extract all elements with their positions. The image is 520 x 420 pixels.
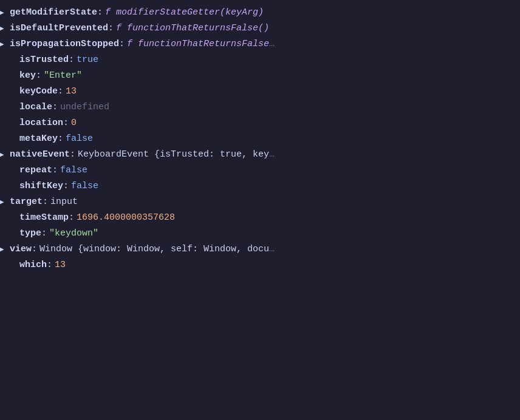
prop-value-which: 13: [55, 258, 66, 273]
prop-value-view: Window {window: Window, self: Window, do…: [39, 242, 269, 257]
colon-timeStamp: :: [69, 211, 74, 225]
colon-target: :: [43, 195, 48, 209]
prop-value-isTrusted: true: [77, 53, 98, 67]
prop-value-metaKey: false: [66, 132, 93, 146]
console-row-metaKey: metaKey: false: [0, 131, 520, 147]
console-panel: getModifierState: f modifierStateGetter(…: [0, 0, 520, 278]
console-row-view[interactable]: view: Window {window: Window, self: Wind…: [0, 242, 520, 257]
console-row-locale: locale: undefined: [0, 100, 520, 115]
prop-key-type: type: [19, 226, 41, 241]
colon-type: :: [41, 226, 47, 241]
console-row-target[interactable]: target: input: [0, 194, 520, 210]
prop-value-keyCode: 13: [66, 84, 77, 99]
expand-arrow-getModifierState[interactable]: [0, 8, 10, 19]
console-row-nativeEvent[interactable]: nativeEvent: KeyboardEvent {isTrusted: t…: [0, 147, 520, 163]
colon-key: :: [36, 69, 41, 83]
console-row-which: which: 13: [0, 257, 520, 273]
colon-nativeEvent: :: [70, 147, 75, 162]
prop-key-metaKey: metaKey: [19, 132, 58, 146]
console-row-getModifierState[interactable]: getModifierState: f modifierStateGetter(…: [0, 5, 520, 21]
overflow-indicator-isPropagationStopped: …: [269, 37, 275, 52]
prop-key-isPropagationStopped: isPropagationStopped: [10, 37, 119, 52]
prop-key-which: which: [19, 258, 47, 273]
prop-key-key: key: [19, 69, 36, 83]
console-row-shiftKey: shiftKey: false: [0, 178, 520, 194]
colon-which: :: [47, 258, 52, 273]
console-row-isTrusted: isTrusted: true: [0, 52, 520, 68]
prop-key-view: view: [10, 242, 32, 257]
colon-location: :: [63, 116, 69, 130]
colon-isTrusted: :: [69, 53, 74, 67]
prop-value-isPropagationStopped: f functionThatReturnsFalse: [127, 37, 269, 52]
prop-value-getModifierState: f modifierStateGetter(keyArg): [105, 5, 264, 20]
prop-key-location: location: [19, 116, 63, 130]
expand-arrow-view[interactable]: [0, 245, 10, 256]
prop-value-key: "Enter": [44, 69, 82, 83]
colon-metaKey: :: [58, 132, 63, 146]
colon-getModifierState: :: [97, 5, 103, 20]
colon-shiftKey: :: [63, 179, 69, 194]
colon-isDefaultPrevented: :: [108, 21, 114, 36]
console-row-timeStamp: timeStamp: 1696.4000000357628: [0, 210, 520, 226]
console-row-isPropagationStopped[interactable]: isPropagationStopped: f functionThatRetu…: [0, 36, 520, 52]
prop-key-repeat: repeat: [19, 163, 52, 178]
prop-key-isDefaultPrevented: isDefaultPrevented: [10, 21, 108, 36]
console-row-key: key: "Enter": [0, 68, 520, 84]
prop-key-locale: locale: [19, 100, 52, 115]
overflow-indicator-view: …: [269, 242, 275, 257]
colon-keyCode: :: [58, 84, 63, 99]
prop-value-nativeEvent: KeyboardEvent {isTrusted: true, key: [78, 147, 269, 162]
console-row-keyCode: keyCode: 13: [0, 84, 520, 100]
prop-key-shiftKey: shiftKey: [19, 179, 63, 194]
expand-arrow-isPropagationStopped[interactable]: [0, 39, 10, 50]
prop-value-timeStamp: 1696.4000000357628: [77, 211, 175, 225]
overflow-indicator-nativeEvent: …: [269, 147, 275, 162]
prop-value-isDefaultPrevented: f functionThatReturnsFalse(): [116, 21, 269, 36]
console-row-isDefaultPrevented[interactable]: isDefaultPrevented: f functionThatReturn…: [0, 21, 520, 36]
prop-key-getModifierState: getModifierState: [10, 5, 97, 20]
expand-arrow-target[interactable]: [0, 197, 10, 208]
prop-key-timeStamp: timeStamp: [19, 211, 69, 225]
expand-arrow-nativeEvent[interactable]: [0, 150, 10, 161]
console-row-location: location: 0: [0, 115, 520, 131]
prop-key-keyCode: keyCode: [19, 84, 58, 99]
prop-key-isTrusted: isTrusted: [19, 53, 69, 67]
prop-value-locale: undefined: [60, 100, 109, 115]
expand-arrow-isDefaultPrevented[interactable]: [0, 24, 10, 35]
console-row-type: type: "keydown": [0, 226, 520, 242]
prop-value-repeat: false: [60, 163, 87, 178]
prop-value-type: "keydown": [49, 226, 98, 241]
prop-value-target: input: [50, 195, 78, 209]
prop-value-location: 0: [71, 116, 77, 130]
colon-isPropagationStopped: :: [119, 37, 125, 52]
prop-key-nativeEvent: nativeEvent: [10, 147, 70, 162]
colon-view: :: [32, 242, 37, 257]
colon-repeat: :: [52, 163, 58, 178]
prop-value-shiftKey: false: [71, 179, 98, 194]
console-row-repeat: repeat: false: [0, 163, 520, 178]
prop-key-target: target: [10, 195, 43, 209]
colon-locale: :: [52, 100, 58, 115]
